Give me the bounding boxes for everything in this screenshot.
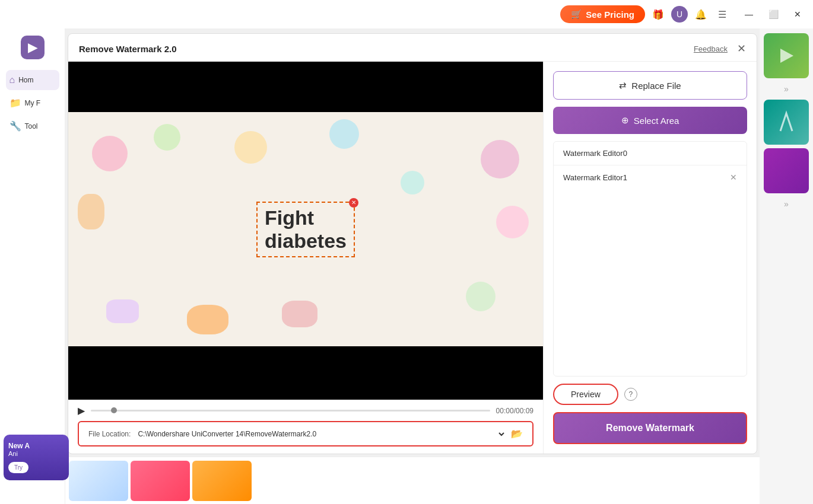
- promo-text-2: Ani: [8, 450, 64, 457]
- progress-bar[interactable]: [91, 410, 490, 412]
- watermark-item-1-label: Watermark Editor1: [563, 173, 627, 182]
- sidebar-item-myfiles-label: My F: [25, 99, 41, 107]
- close-window-button[interactable]: ✕: [789, 7, 806, 21]
- file-location-label: File Location:: [88, 430, 131, 438]
- dialog-actions: Feedback ✕: [694, 42, 746, 55]
- watermark-list-item-0[interactable]: Watermark Editor0: [554, 142, 747, 165]
- video-frame: Fight diabetes ✕: [68, 62, 543, 400]
- progress-thumb[interactable]: [111, 407, 117, 413]
- dialog-title-bar: Remove Watermark 2.0 Feedback ✕: [68, 34, 757, 62]
- watermark-selection-box[interactable]: Fight diabetes ✕: [256, 202, 355, 257]
- dialog-body: Fight diabetes ✕ ▶: [68, 62, 757, 454]
- see-pricing-button[interactable]: 🛒 See Pricing: [560, 5, 645, 23]
- sidebar-item-home-label: Hom: [18, 76, 33, 84]
- right-panel: ⇄ Replace File ⊕ Select Area Watermark E…: [543, 62, 757, 454]
- sidebar-item-tools-label: Tool: [25, 122, 38, 130]
- select-area-icon: ⊕: [621, 115, 629, 126]
- replace-file-label: Replace File: [631, 81, 681, 91]
- video-black-bottom: [68, 346, 543, 400]
- home-icon: ⌂: [9, 75, 15, 85]
- video-content: Fight diabetes ✕: [68, 112, 543, 346]
- watermark-list-item-1[interactable]: Watermark Editor1 ✕: [554, 165, 747, 189]
- avatar-button[interactable]: U: [671, 6, 688, 23]
- play-button[interactable]: ▶: [78, 405, 85, 416]
- watermark-item-1-close[interactable]: ✕: [730, 173, 737, 182]
- help-icon[interactable]: ?: [624, 388, 637, 401]
- tools-icon: 🔧: [9, 120, 21, 132]
- select-area-label: Select Area: [634, 116, 679, 126]
- see-pricing-label: See Pricing: [586, 9, 634, 20]
- watermark-remove-dot[interactable]: ✕: [349, 198, 358, 208]
- sidebar: ▶ ⌂ Hom 📁 My F 🔧 Tool New A Ani Try: [0, 28, 65, 504]
- watermark-item-0-label: Watermark Editor0: [563, 149, 627, 158]
- main-content: Remove Watermark 2.0 Feedback ✕: [65, 28, 813, 504]
- replace-icon: ⇄: [619, 80, 627, 91]
- video-controls: ▶ 00:00/00:09: [68, 400, 543, 421]
- candy-background: Fight diabetes ✕: [68, 112, 543, 346]
- file-location-bar: File Location: C:\Wondershare UniConvert…: [78, 421, 533, 446]
- remove-watermark-button[interactable]: Remove Watermark: [553, 412, 747, 444]
- window-controls: — ⬜ ✕: [740, 7, 806, 21]
- bottom-thumb-2[interactable]: [131, 461, 190, 501]
- video-black-top: [68, 62, 543, 112]
- video-container: Fight diabetes ✕: [68, 62, 543, 400]
- notifications-button[interactable]: 🔔: [693, 6, 709, 23]
- logo-icon: ▶: [21, 36, 45, 59]
- remove-watermark-dialog: Remove Watermark 2.0 Feedback ✕: [68, 33, 757, 454]
- browse-folder-icon[interactable]: 📂: [511, 428, 523, 439]
- bottom-strip: [65, 457, 760, 504]
- watermark-list: Watermark Editor0 Watermark Editor1 ✕: [553, 141, 747, 377]
- maximize-button[interactable]: ⬜: [764, 7, 783, 21]
- promo-try-button[interactable]: Try: [8, 462, 28, 473]
- menu-button[interactable]: ☰: [714, 6, 731, 23]
- bottom-thumb-3[interactable]: [192, 461, 252, 501]
- app-logo: ▶: [21, 36, 45, 59]
- preview-button[interactable]: Preview: [553, 384, 618, 405]
- watermark-text: Fight diabetes: [265, 206, 347, 252]
- time-display: 00:00/00:09: [496, 407, 533, 415]
- minimize-button[interactable]: —: [740, 7, 758, 21]
- gift-icon-button[interactable]: 🎁: [650, 6, 666, 23]
- sidebar-promo: New A Ani Try: [4, 435, 69, 480]
- cart-icon: 🛒: [571, 9, 582, 20]
- sidebar-item-tools[interactable]: 🔧 Tool: [6, 116, 59, 136]
- feedback-link[interactable]: Feedback: [694, 44, 728, 53]
- promo-text-1: New A: [8, 442, 64, 450]
- preview-row: Preview ?: [553, 384, 747, 405]
- sidebar-item-myfiles[interactable]: 📁 My F: [6, 92, 59, 113]
- file-location-select[interactable]: C:\Wondershare UniConverter 14\RemoveWat…: [135, 429, 506, 439]
- replace-file-button[interactable]: ⇄ Replace File: [553, 71, 747, 100]
- folder-icon: 📁: [9, 97, 21, 109]
- remove-watermark-label: Remove Watermark: [606, 423, 694, 433]
- select-area-button[interactable]: ⊕ Select Area: [553, 107, 747, 134]
- sidebar-item-home[interactable]: ⌂ Hom: [6, 70, 59, 90]
- top-bar: 🛒 See Pricing 🎁 U 🔔 ☰ — ⬜ ✕: [0, 0, 813, 28]
- bottom-thumb-1[interactable]: [69, 461, 128, 501]
- dialog-close-button[interactable]: ✕: [737, 42, 746, 55]
- dialog-title: Remove Watermark 2.0: [79, 44, 177, 54]
- video-area: Fight diabetes ✕ ▶: [68, 62, 543, 454]
